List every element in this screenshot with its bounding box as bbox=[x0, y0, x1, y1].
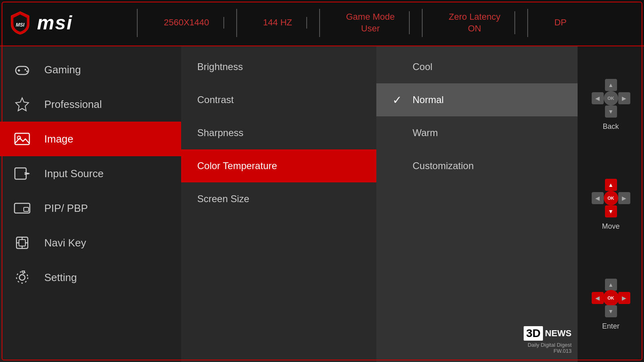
svg-marker-7 bbox=[16, 98, 29, 111]
customization-label: Customization bbox=[413, 160, 474, 172]
header-divider-3 bbox=[319, 9, 320, 37]
sidebar-item-pip-pbp[interactable]: PIP/ PBP bbox=[0, 191, 181, 225]
dpad-right-move[interactable]: ▶ bbox=[618, 192, 630, 204]
move-label: Move bbox=[602, 222, 619, 231]
header-divider-2 bbox=[236, 9, 237, 37]
middle-panel: Brightness Contrast Sharpness Color Temp… bbox=[181, 46, 376, 362]
enter-dpad: ▲ ◀ OK ▶ ▼ bbox=[591, 278, 631, 318]
dpad-up-move[interactable]: ▲ bbox=[605, 179, 617, 191]
dpad-left-move[interactable]: ◀ bbox=[592, 192, 604, 204]
sidebar-label-input-source: Input Source bbox=[44, 168, 103, 180]
header-divider-4 bbox=[422, 9, 423, 37]
svg-text:MSI: MSI bbox=[16, 22, 25, 27]
menu-item-sharpness[interactable]: Sharpness bbox=[181, 116, 376, 149]
star-icon bbox=[12, 94, 32, 114]
sidebar-item-image[interactable]: Image bbox=[0, 122, 181, 156]
msi-shield-icon: MSI bbox=[8, 11, 32, 35]
news-text: NEWS bbox=[545, 328, 572, 339]
color-temperature-label: Color Temperature bbox=[197, 160, 277, 172]
dpad-left-back[interactable]: ◀ bbox=[592, 92, 604, 104]
sidebar-item-gaming[interactable]: Gaming bbox=[0, 52, 181, 87]
option-warm[interactable]: Warm bbox=[376, 116, 578, 149]
back-control: ▲ ◀ OK ▶ ▼ Back bbox=[591, 78, 631, 131]
game-mode-display: Game Mode User bbox=[332, 11, 410, 34]
sidebar-item-navi-key[interactable]: Navi Key bbox=[0, 225, 181, 260]
warm-label: Warm bbox=[413, 127, 438, 139]
pip-icon bbox=[12, 198, 32, 218]
input-icon bbox=[12, 163, 32, 184]
sidebar: Gaming Professional Image Input Source P bbox=[0, 46, 181, 362]
enter-label: Enter bbox=[602, 322, 619, 331]
menu-item-contrast[interactable]: Contrast bbox=[181, 83, 376, 116]
refresh-rate-display: 144 HZ bbox=[249, 17, 307, 29]
gear-icon bbox=[12, 267, 32, 288]
svg-point-19 bbox=[19, 275, 25, 280]
logo-area: MSI msi bbox=[8, 11, 125, 35]
sidebar-item-setting[interactable]: Setting bbox=[0, 260, 181, 295]
dpad-down-move[interactable]: ▼ bbox=[605, 205, 617, 217]
svg-rect-1 bbox=[16, 66, 29, 74]
screen-size-label: Screen Size bbox=[197, 193, 249, 205]
svg-rect-14 bbox=[19, 240, 25, 246]
sidebar-label-image: Image bbox=[44, 133, 73, 145]
svg-rect-10 bbox=[15, 168, 26, 179]
msi-logo-text: msi bbox=[37, 12, 73, 34]
header-info: 2560X1440 144 HZ Game Mode User Zero Lat… bbox=[150, 9, 636, 37]
watermark-tagline: Daily Digital Digest bbox=[524, 342, 572, 348]
right-panel: Cool ✓ Normal Warm Customization bbox=[376, 46, 578, 362]
svg-point-5 bbox=[25, 69, 26, 70]
main-content: Gaming Professional Image Input Source P bbox=[0, 46, 644, 362]
dpad-left-enter[interactable]: ◀ bbox=[592, 292, 604, 304]
watermark: 3D NEWS Daily Digital Digest FW.013 bbox=[524, 326, 572, 354]
input-display: DP bbox=[540, 17, 581, 29]
svg-rect-12 bbox=[24, 207, 29, 211]
3d-box: 3D bbox=[524, 326, 543, 341]
normal-label: Normal bbox=[413, 94, 444, 105]
sidebar-item-input-source[interactable]: Input Source bbox=[0, 156, 181, 191]
dpad-center-back[interactable]: OK bbox=[604, 91, 618, 105]
option-normal[interactable]: ✓ Normal bbox=[376, 83, 578, 116]
option-customization[interactable]: Customization bbox=[376, 149, 578, 182]
menu-item-screen-size[interactable]: Screen Size bbox=[181, 182, 376, 215]
back-dpad: ▲ ◀ OK ▶ ▼ bbox=[591, 78, 631, 118]
image-icon bbox=[12, 129, 32, 149]
sharpness-label: Sharpness bbox=[197, 127, 244, 139]
sidebar-item-professional[interactable]: Professional bbox=[0, 87, 181, 122]
svg-point-20 bbox=[17, 272, 28, 283]
svg-point-6 bbox=[26, 70, 28, 72]
header-divider-5 bbox=[527, 9, 528, 37]
dpad-right-enter[interactable]: ▶ bbox=[618, 292, 630, 304]
watermark-firmware: FW.013 bbox=[524, 348, 572, 354]
header-divider bbox=[137, 9, 138, 37]
option-cool[interactable]: Cool bbox=[376, 50, 578, 83]
dpad-up-enter[interactable]: ▲ bbox=[605, 279, 617, 291]
gamepad-icon bbox=[12, 60, 32, 80]
sidebar-label-navi-key: Navi Key bbox=[44, 237, 86, 249]
dpad-down-enter[interactable]: ▼ bbox=[605, 305, 617, 317]
cool-label: Cool bbox=[413, 61, 432, 72]
dpad-up-back[interactable]: ▲ bbox=[605, 79, 617, 91]
svg-rect-8 bbox=[15, 133, 29, 145]
move-dpad: ▲ ◀ OK ▶ ▼ bbox=[591, 178, 631, 218]
move-control: ▲ ◀ OK ▶ ▼ Move bbox=[591, 178, 631, 231]
normal-checkmark: ✓ bbox=[392, 93, 405, 107]
sidebar-label-pip-pbp: PIP/ PBP bbox=[44, 202, 88, 215]
header: MSI msi 2560X1440 144 HZ Game Mode User … bbox=[0, 0, 644, 46]
resolution-display: 2560X1440 bbox=[150, 17, 224, 29]
brightness-label: Brightness bbox=[197, 61, 243, 72]
sidebar-label-professional: Professional bbox=[44, 98, 102, 111]
back-label: Back bbox=[603, 122, 619, 131]
dpad-center-enter[interactable]: OK bbox=[603, 290, 619, 306]
enter-control: ▲ ◀ OK ▶ ▼ Enter bbox=[591, 278, 631, 331]
dpad-down-back[interactable]: ▼ bbox=[605, 105, 617, 118]
sidebar-label-gaming: Gaming bbox=[44, 64, 81, 76]
sidebar-label-setting: Setting bbox=[44, 271, 77, 284]
menu-item-brightness[interactable]: Brightness bbox=[181, 50, 376, 83]
zero-latency-display: Zero Latency ON bbox=[435, 11, 515, 34]
dpad-right-back[interactable]: ▶ bbox=[618, 92, 630, 104]
controls-panel: ▲ ◀ OK ▶ ▼ Back ▲ ◀ OK ▶ ▼ Move ▲ ◀ bbox=[578, 46, 644, 362]
menu-item-color-temperature[interactable]: Color Temperature bbox=[181, 149, 376, 182]
contrast-label: Contrast bbox=[197, 94, 234, 105]
navi-icon bbox=[12, 233, 32, 253]
dpad-center-move[interactable]: OK bbox=[604, 191, 618, 205]
